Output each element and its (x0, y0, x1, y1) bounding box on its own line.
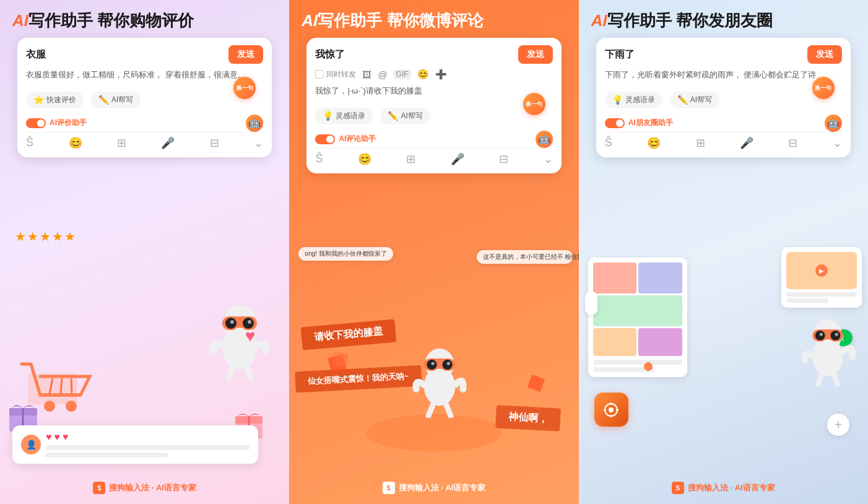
toggle-3[interactable] (605, 118, 625, 128)
social-area: ▶ 发表 + (579, 241, 868, 470)
svg-rect-29 (333, 352, 349, 367)
footer-text-1: 搜狗输入法 · AI语言专家 (109, 482, 196, 493)
input-row-3: 下雨了 发送 (605, 45, 842, 64)
comment-line-1 (46, 445, 250, 450)
inspiration-btn-3[interactable]: 💡 灵感语录 (605, 92, 662, 108)
more-icon-1[interactable]: ⌄ (254, 136, 263, 150)
cube-right (526, 371, 548, 396)
switch-row-2: AI评论助手 🤖 (315, 131, 552, 148)
mic-icon-1[interactable]: 🎤 (161, 136, 175, 150)
footer-text-2: 搜狗输入法 · AI语言专家 (399, 482, 486, 493)
app-icon (594, 393, 628, 427)
ai-write-btn-2[interactable]: ✏️ AI帮写 (380, 108, 430, 124)
plus-float-icon[interactable]: + (827, 414, 849, 436)
toggle-label-1: AI评价助手 (50, 118, 87, 128)
img-cell-3 (593, 295, 682, 326)
apps-icon-1[interactable]: ⊟ (210, 136, 219, 150)
stage-area: 请收下我的膝盖 仙女捂嘴式震惊！我的天呐~ 神仙啊， ong! 我和我的小伙伴都… (289, 241, 578, 470)
svg-rect-30 (527, 375, 545, 392)
panel-3-title: AI写作助手 帮你发朋友圈 (579, 0, 868, 38)
input-value-1[interactable]: 衣服 (26, 48, 228, 61)
emoji-icon-2[interactable]: 😊 (417, 69, 429, 80)
input-value-3[interactable]: 下雨了 (605, 48, 807, 61)
checkbox[interactable] (315, 70, 324, 79)
input-row-2: 我惊了 发送 (315, 45, 552, 64)
svg-point-32 (609, 407, 614, 412)
grid-icon-3[interactable]: ⊞ (696, 136, 705, 150)
comment-content: ♥ ♥ ♥ (46, 432, 250, 458)
inspiration-btn[interactable]: 💡 灵感语录 (315, 108, 373, 124)
apps-icon-3[interactable]: ⊟ (788, 136, 797, 150)
ai-label-1: AI (12, 11, 28, 30)
panel-1-title: AI写作助手 帮你购物评价 (0, 0, 289, 38)
ribbon-2: 仙女捂嘴式震惊！我的天呐~ (295, 365, 422, 393)
video-title (786, 292, 857, 297)
svg-point-27 (434, 368, 445, 376)
grid-icon-2[interactable]: ⊞ (406, 152, 415, 166)
ai-write-btn-1[interactable]: ✏️ AI帮写 (91, 92, 141, 108)
action1-label-3: 灵感语录 (625, 95, 655, 105)
comment-line-2 (46, 453, 168, 458)
emoji-icon-kb-3[interactable]: 😊 (647, 136, 661, 150)
send-button-1[interactable]: 发送 (228, 45, 263, 64)
svg-point-10 (66, 401, 77, 412)
emoji-icon-kb-2[interactable]: 😊 (358, 152, 371, 166)
weibo-extras: 同时转发 🖼 @ GIF 😊 ➕ (315, 69, 552, 80)
grid-icon-1[interactable]: ⊞ (117, 136, 126, 150)
svg-point-7 (233, 328, 246, 336)
img-cell-4 (593, 328, 637, 356)
image-icon[interactable]: 🖼 (362, 69, 371, 80)
replace-btn-1[interactable]: 换一句 (233, 77, 256, 99)
at-icon[interactable]: @ (378, 69, 387, 80)
plus-icon[interactable]: ➕ (435, 69, 447, 80)
send-button-2[interactable]: 发送 (518, 45, 553, 64)
robot-mascot-3 (800, 316, 856, 389)
send-button-3[interactable]: 发送 (807, 45, 842, 64)
replace-btn-2[interactable]: 换一句 (523, 93, 545, 115)
switch-row-1: AI评价助手 🤖 (26, 115, 263, 132)
user-avatar: 👤 (21, 435, 41, 454)
hearts-row: ♥ ♥ ♥ (46, 432, 250, 443)
more-icon-3[interactable]: ⌄ (833, 136, 842, 150)
content-text-3: 下雨了，光听着窗外时紧时疏的雨声， 便满心都会贮足了诗 (605, 69, 842, 82)
bubble-2: 这不是真的，本小可爱已经不 相信我的大眼睛了 (477, 250, 573, 264)
replace-btn-3[interactable]: 换一句 (812, 77, 835, 99)
gif-icon[interactable]: GIF (394, 69, 411, 79)
switch-row-3: AI朋友圈助手 🤖 (605, 115, 842, 132)
quick-review-btn[interactable]: ⭐ 快速评价 (26, 92, 84, 108)
ribbon-3: 神仙啊， (495, 405, 561, 431)
svg-point-9 (44, 401, 55, 412)
mic-icon-2[interactable]: 🎤 (451, 152, 464, 166)
more-icon-2[interactable]: ⌄ (544, 152, 553, 166)
ai-label-3: AI (591, 11, 607, 30)
toggle-2[interactable] (315, 134, 335, 144)
svg-point-6 (248, 320, 251, 324)
panel-2-title: AI写作助手 帮你微博评论 (289, 0, 578, 38)
video-thumb: ▶ (786, 252, 857, 289)
input-value-2[interactable]: 我惊了 (315, 48, 518, 61)
emoji-icon-1[interactable]: 😊 (69, 136, 82, 150)
keyboard-row-1: Ŝ 😊 ⊞ 🎤 ⊟ ⌄ (26, 132, 263, 150)
footer-3: S 搜狗输入法 · AI语言专家 (672, 482, 775, 494)
input-row-1: 衣服 发送 (26, 45, 263, 64)
svg-line-13 (71, 378, 72, 394)
action-row-3: 💡 灵感语录 ✏️ AI帮写 (605, 92, 842, 108)
action-row-2: 💡 灵感语录 ✏️ AI帮写 (315, 108, 552, 124)
action2-label-1: AI帮写 (111, 95, 133, 105)
sogou-icon-2: Ŝ (315, 152, 323, 165)
action1-label-1: 快速评价 (46, 95, 76, 105)
ai-write-btn-3[interactable]: ✏️ AI帮写 (670, 92, 719, 108)
mic-icon-3[interactable]: 🎤 (740, 136, 753, 150)
action-row-1: ⭐ 快速评价 ✏️ AI帮写 (26, 92, 263, 108)
ai-label-2: AI (302, 11, 318, 30)
pencil-icon-3: ✏️ (677, 95, 688, 105)
toggle-1[interactable] (26, 118, 46, 128)
content-text-1: 衣服质量很好，做工精细，尺码标准， 穿着很舒服，很满意。 (26, 69, 263, 82)
action2-label-3: AI帮写 (690, 95, 712, 105)
img-cell-5 (638, 328, 682, 356)
svg-point-44 (822, 339, 833, 347)
apps-icon-2[interactable]: ⊟ (499, 152, 508, 166)
forward-label: 同时转发 (326, 69, 356, 80)
forward-check[interactable]: 同时转发 (315, 69, 356, 80)
input-card-1: 衣服 发送 衣服质量很好，做工精细，尺码标准， 穿着很舒服，很满意。 换一句 ⭐… (17, 38, 272, 157)
